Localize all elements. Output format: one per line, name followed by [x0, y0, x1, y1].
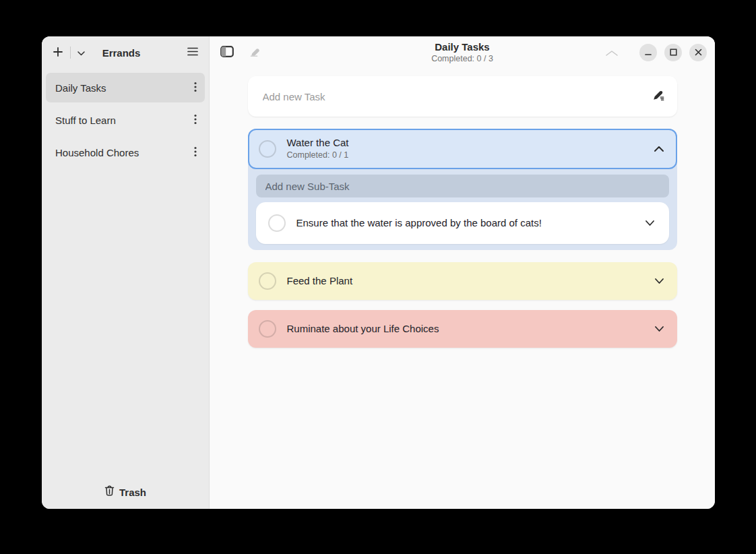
task-checkbox[interactable]	[259, 272, 276, 290]
subtask-row[interactable]: Ensure that the water is approved by the…	[256, 202, 669, 244]
list-options-button[interactable]	[191, 79, 199, 97]
app-window: Errands Daily Tasks Stuff to Learn	[42, 36, 715, 509]
close-button[interactable]	[689, 44, 707, 61]
add-list-button[interactable]	[50, 44, 66, 62]
collapse-button[interactable]	[603, 45, 621, 61]
subtask-checkbox[interactable]	[268, 214, 286, 232]
chevron-up-faded-icon	[606, 48, 618, 58]
split-button-separator	[70, 47, 71, 59]
trash-label: Trash	[119, 487, 146, 498]
minimize-button[interactable]	[639, 44, 657, 61]
sidebar-item-label: Stuff to Learn	[55, 115, 191, 126]
task-text-block: Ruminate about your Life Choices	[287, 323, 655, 336]
toggle-sidebar-button[interactable]	[218, 43, 237, 62]
task-group-water-the-cat: Water the Cat Completed: 0 / 1 Ensure th…	[248, 129, 677, 250]
delete-completed-button[interactable]	[246, 43, 264, 62]
subtask-text-block: Ensure that the water is approved by the…	[296, 217, 645, 230]
sidebar-header: Errands	[42, 36, 209, 69]
trash-icon	[104, 485, 115, 499]
window-title-block: Daily Tasks Completed: 0 / 3	[431, 41, 493, 64]
window-controls	[603, 44, 707, 61]
eraser-icon	[249, 46, 261, 59]
main-pane: Daily Tasks Completed: 0 / 3	[210, 36, 715, 509]
list-options-button[interactable]	[191, 111, 199, 129]
add-task-entry	[248, 76, 677, 117]
kebab-menu-icon	[194, 114, 197, 127]
main-header: Daily Tasks Completed: 0 / 3	[210, 36, 715, 69]
header-left-controls	[218, 43, 264, 62]
app-title: Errands	[78, 47, 164, 59]
sidebar-item-stuff-to-learn[interactable]: Stuff to Learn	[46, 105, 205, 135]
task-row-ruminate[interactable]: Ruminate about your Life Choices	[248, 310, 677, 348]
chevron-down-icon[interactable]	[655, 326, 664, 332]
task-title: Ruminate about your Life Choices	[287, 323, 655, 336]
task-list-content: Water the Cat Completed: 0 / 1 Ensure th…	[248, 76, 677, 348]
task-progress: Completed: 0 / 1	[287, 150, 654, 161]
kebab-menu-icon	[194, 146, 197, 159]
task-list-nav: Daily Tasks Stuff to Learn Household Cho…	[42, 69, 209, 171]
main-menu-button[interactable]	[185, 44, 201, 61]
hamburger-menu-icon	[187, 47, 198, 58]
add-task-input[interactable]	[261, 90, 652, 103]
pen-edit-icon	[652, 90, 665, 104]
task-row-water-the-cat[interactable]: Water the Cat Completed: 0 / 1	[248, 129, 677, 169]
sidebar-item-household-chores[interactable]: Household Chores	[46, 137, 205, 167]
page-title: Daily Tasks	[431, 41, 493, 53]
maximize-icon	[670, 48, 677, 58]
task-checkbox[interactable]	[259, 320, 276, 338]
plus-icon	[53, 47, 63, 59]
task-title: Feed the Plant	[287, 275, 655, 288]
subtask-title: Ensure that the water is approved by the…	[296, 217, 645, 230]
close-icon	[695, 48, 702, 58]
sidebar-item-daily-tasks[interactable]: Daily Tasks	[46, 73, 205, 102]
task-text-block: Feed the Plant	[287, 275, 655, 288]
chevron-down-icon[interactable]	[655, 278, 664, 284]
chevron-down-icon[interactable]	[645, 220, 654, 226]
kebab-menu-icon	[194, 82, 197, 94]
sidebar: Errands Daily Tasks Stuff to Learn	[42, 36, 210, 509]
maximize-button[interactable]	[664, 44, 682, 61]
trash-button[interactable]: Trash	[42, 475, 209, 509]
page-subtitle: Completed: 0 / 3	[431, 54, 493, 64]
task-text-block: Water the Cat Completed: 0 / 1	[287, 137, 654, 160]
list-options-button[interactable]	[191, 144, 199, 162]
sidebar-item-label: Household Chores	[55, 147, 191, 158]
task-checkbox[interactable]	[259, 140, 276, 158]
add-subtask-entry	[256, 175, 669, 197]
add-subtask-input[interactable]	[264, 180, 661, 193]
minimize-icon	[645, 48, 652, 58]
task-title: Water the Cat	[287, 137, 654, 150]
sidebar-toggle-icon	[220, 46, 234, 59]
task-row-feed-the-plant[interactable]: Feed the Plant	[248, 262, 677, 300]
chevron-up-icon[interactable]	[654, 146, 664, 152]
sidebar-item-label: Daily Tasks	[55, 82, 191, 94]
